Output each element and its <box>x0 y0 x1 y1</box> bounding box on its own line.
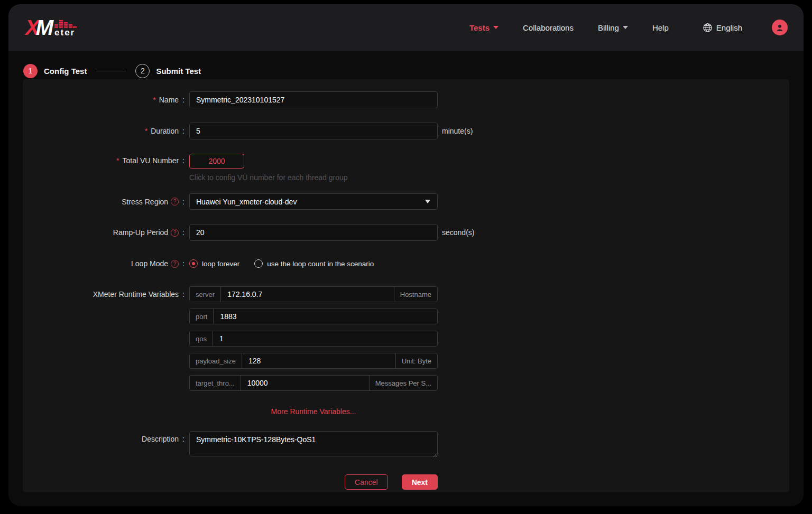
app-window: X M eter Tests <box>8 4 804 506</box>
required-marker: * <box>153 96 155 104</box>
total-vu-hint: Click to config VU number for each threa… <box>189 173 438 182</box>
form-row-runtime-port: port <box>23 309 789 324</box>
form-row-runtime-qos: qos <box>23 331 789 347</box>
logo-right-block: eter <box>54 18 77 37</box>
radio-loop-forever[interactable]: loop forever <box>189 259 239 268</box>
radio-unselected-icon <box>254 259 263 268</box>
form-row-stress-region: Stress Region ? : Huawei Yun_xmeter-clou… <box>23 193 789 210</box>
step-1-circle: 1 <box>23 64 38 78</box>
nav-item-collaborations-label: Collaborations <box>523 23 574 32</box>
logo-eter-text: eter <box>54 29 75 37</box>
runtime-key-port: port <box>190 309 214 324</box>
form-row-name: * Name : <box>23 91 789 108</box>
logo-m-letter: M <box>36 17 53 38</box>
form-row-loop-mode: Loop Mode ? : loop forever use the loop … <box>23 255 789 272</box>
ramp-up-unit: second(s) <box>442 228 474 237</box>
step-1-label: Config Test <box>44 67 87 76</box>
step-2-circle: 2 <box>135 64 150 78</box>
stress-region-select[interactable]: Huawei Yun_xmeter-cloud-dev <box>189 193 438 210</box>
config-form-panel: * Name : * Duration : minute(s) * <box>23 79 789 492</box>
runtime-value-payload-size-input[interactable] <box>242 353 395 368</box>
loop-mode-radio-group: loop forever use the loop count in the s… <box>189 255 438 272</box>
runtime-row-server: server Hostname <box>189 286 438 302</box>
help-icon[interactable]: ? <box>171 198 179 205</box>
language-switcher[interactable]: English <box>703 23 742 33</box>
nav-item-tests[interactable]: Tests <box>469 23 499 32</box>
cancel-button[interactable]: Cancel <box>345 474 388 490</box>
total-vu-button[interactable]: 2000 <box>189 154 244 169</box>
name-label: * Name : <box>23 96 184 104</box>
nav-item-billing[interactable]: Billing <box>598 23 628 32</box>
runtime-row-target-throughput: target_thro... Messages Per S... <box>189 375 438 391</box>
step-connector-line <box>96 71 126 71</box>
form-actions: Cancel Next <box>189 474 438 490</box>
dropdown-caret-icon <box>425 200 430 203</box>
form-row-duration: * Duration : minute(s) <box>23 123 789 139</box>
runtime-row-payload-size: payload_size Unit: Byte <box>189 353 438 369</box>
runtime-key-server: server <box>190 287 221 302</box>
form-row-more-link: More Runtime Variables... <box>23 407 789 416</box>
description-textarea[interactable]: Symmetric-10KTPS-128Bytes-QoS1 <box>189 431 438 456</box>
chevron-down-icon <box>493 26 499 29</box>
form-row-runtime-server: XMeter Runtime Variables : server Hostna… <box>23 286 789 302</box>
person-icon <box>775 23 785 32</box>
runtime-value-target-throughput-input[interactable] <box>241 376 369 390</box>
name-input[interactable] <box>189 91 438 108</box>
nav-item-collaborations[interactable]: Collaborations <box>523 23 574 32</box>
xmeter-logo[interactable]: X M eter <box>25 17 77 38</box>
runtime-value-qos-input[interactable] <box>213 331 437 346</box>
radio-selected-icon <box>189 259 198 268</box>
form-row-description: Description : Symmetric-10KTPS-128Bytes-… <box>23 431 789 459</box>
runtime-key-target-throughput: target_thro... <box>190 376 241 390</box>
stress-region-selected-value: Huawei Yun_xmeter-cloud-dev <box>196 198 297 206</box>
runtime-row-port: port <box>189 309 438 324</box>
nav-item-billing-label: Billing <box>598 23 619 32</box>
globe-icon <box>703 23 713 33</box>
nav-item-help-label: Help <box>652 23 669 32</box>
form-row-runtime-payload-size: payload_size Unit: Byte <box>23 353 789 369</box>
more-runtime-variables-link[interactable]: More Runtime Variables... <box>271 407 356 416</box>
runtime-value-port-input[interactable] <box>214 309 437 324</box>
logo-equalizer-icon <box>54 18 77 29</box>
stress-region-label: Stress Region ? : <box>23 198 184 206</box>
nav-item-help[interactable]: Help <box>652 23 669 32</box>
form-row-total-vu: * Total VU Number : 2000 Click to config… <box>23 154 789 182</box>
language-label: English <box>716 23 742 32</box>
step-config-test[interactable]: 1 Config Test <box>23 64 87 78</box>
duration-input[interactable] <box>189 123 438 139</box>
total-vu-label: * Total VU Number : <box>23 156 184 165</box>
step-indicator: 1 Config Test 2 Submit Test <box>8 51 804 82</box>
nav-item-tests-label: Tests <box>469 23 490 32</box>
help-icon[interactable]: ? <box>171 229 179 237</box>
radio-loop-count[interactable]: use the loop count in the scenario <box>254 259 374 268</box>
step-2-label: Submit Test <box>156 67 201 76</box>
help-icon[interactable]: ? <box>171 260 179 268</box>
required-marker: * <box>116 156 119 165</box>
required-marker: * <box>145 127 147 135</box>
ramp-up-label: Ramp-Up Period ? : <box>23 228 184 237</box>
ramp-up-input[interactable] <box>189 224 438 241</box>
step-submit-test[interactable]: 2 Submit Test <box>135 64 201 78</box>
runtime-variables-label: XMeter Runtime Variables : <box>23 290 184 298</box>
runtime-unit-target-throughput: Messages Per S... <box>369 376 437 390</box>
form-row-ramp-up: Ramp-Up Period ? : second(s) <box>23 224 789 241</box>
duration-unit: minute(s) <box>442 127 473 135</box>
runtime-value-server-input[interactable] <box>221 287 394 302</box>
nav-menu: Tests Collaborations Billing Help <box>469 23 669 32</box>
runtime-row-qos: qos <box>189 331 438 347</box>
form-row-runtime-target-throughput: target_thro... Messages Per S... <box>23 375 789 391</box>
loop-mode-label: Loop Mode ? : <box>23 259 184 268</box>
runtime-key-payload-size: payload_size <box>190 353 242 368</box>
duration-label: * Duration : <box>23 127 184 135</box>
top-nav: X M eter Tests <box>8 4 804 51</box>
runtime-unit-server: Hostname <box>394 287 437 302</box>
runtime-key-qos: qos <box>190 331 213 346</box>
chevron-down-icon <box>623 26 628 29</box>
runtime-unit-payload-size: Unit: Byte <box>395 353 437 368</box>
next-button[interactable]: Next <box>402 474 438 490</box>
user-avatar[interactable] <box>772 20 788 35</box>
description-label: Description : <box>23 435 184 443</box>
runtime-variables-group: XMeter Runtime Variables : server Hostna… <box>23 286 789 416</box>
